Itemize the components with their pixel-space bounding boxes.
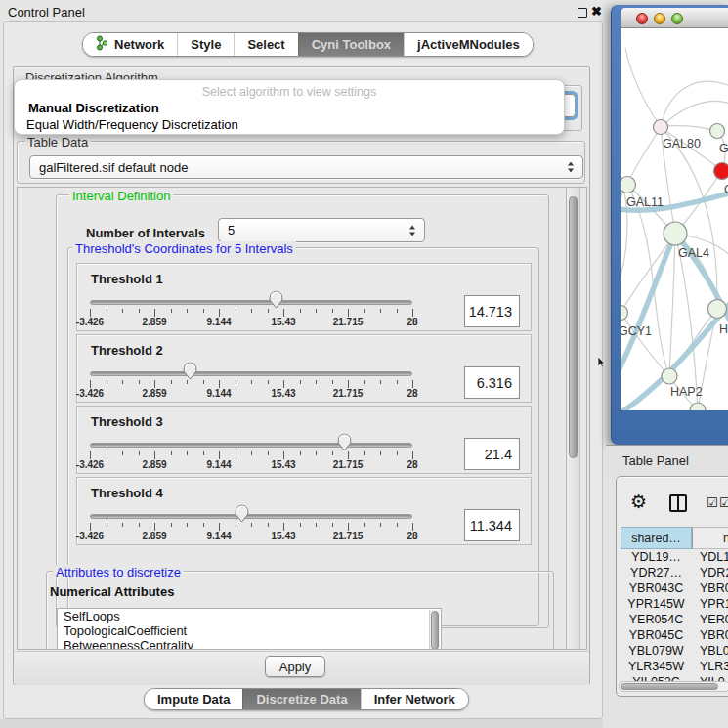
network-canvas[interactable]: GAL80GACGAL11GAL4GCY1HHAP2	[621, 28, 728, 410]
network-window-titlebar[interactable]	[621, 8, 728, 28]
tab-cyni-toolbox[interactable]: Cyni Toolbox	[298, 33, 404, 56]
cell-shared-name: YBR043C	[621, 581, 692, 595]
tab-network[interactable]: Network	[83, 33, 177, 56]
tab-style[interactable]: Style	[177, 33, 234, 56]
tab-infer-network[interactable]: Infer Network	[361, 689, 468, 709]
interval-definition-label: Interval Definition	[69, 189, 173, 203]
algorithm-dropdown-hint: Select algorithm to view settings	[15, 85, 564, 99]
window-bottom-edge	[0, 719, 606, 728]
node-label: HAP2	[670, 385, 703, 399]
combo-stepper-icon	[409, 225, 416, 236]
GAL4-node[interactable]	[664, 222, 687, 245]
node-label: GCY1	[621, 324, 652, 338]
float-window-icon[interactable]	[578, 8, 587, 18]
table-horizontal-scrollbar[interactable]	[619, 681, 728, 692]
table-row[interactable]: YBR045CYBR0	[621, 628, 728, 644]
apply-button[interactable]: Apply	[265, 656, 325, 677]
table-row[interactable]: YDL19…YDL1	[621, 550, 728, 566]
table-row[interactable]: YPR145WYPR1	[621, 597, 728, 613]
table-row[interactable]: YER054CYER0	[621, 613, 728, 628]
table-row[interactable]: YLR345WYLR3	[621, 660, 728, 675]
tab-discretize-data[interactable]: Discretize Data	[242, 689, 360, 709]
settings-scrollpane: Interval Definition Number of Intervals …	[17, 187, 587, 650]
threshold-4-slider-track[interactable]	[90, 514, 412, 519]
menu-item-equal-width-frequency[interactable]: Equal Width/Frequency Discretization	[26, 117, 238, 132]
number-of-intervals-combobox[interactable]: 5	[218, 218, 425, 242]
network-icon	[96, 35, 108, 54]
partial-node-top-right[interactable]	[710, 124, 725, 139]
threshold-2-slider-thumb[interactable]	[183, 362, 197, 380]
numerical-attributes-list[interactable]: SelfLoops TopologicalCoefficient Between…	[57, 608, 442, 650]
checkbox-checked-icon[interactable]: ☑	[707, 495, 718, 510]
selected-red-node[interactable]	[714, 163, 728, 180]
column-header-shared-name[interactable]: shared…	[621, 527, 692, 549]
cyni-mode-tabbar: Impute Data Discretize Data Infer Networ…	[144, 688, 469, 710]
tab-impute-data[interactable]: Impute Data	[145, 689, 242, 709]
checkbox-checked-icon[interactable]: ☑	[719, 495, 728, 510]
network-view-window[interactable]: GAL80GACGAL11GAL4GCY1HHAP2	[611, 5, 728, 445]
threshold-4-value-field[interactable]: 11.344	[464, 509, 520, 541]
slider-tick-labels: -3.4262.8599.14415.4321.71528	[90, 317, 413, 327]
partial-node-bottom[interactable]	[690, 403, 706, 410]
table-panel-title: Table Panel	[622, 453, 689, 468]
column-header-name[interactable]: n	[692, 527, 728, 549]
minimize-traffic-light-icon[interactable]	[654, 13, 665, 24]
table-rows: YDL19…YDL1YDR27…YDR2YBR043CYBR0YPR145WYP…	[621, 550, 728, 681]
combo-stepper-icon	[568, 162, 575, 173]
number-of-intervals-label: Number of Intervals	[86, 226, 205, 240]
GAL80-node[interactable]	[654, 120, 668, 135]
cell-name: YPR1	[700, 597, 728, 611]
tab-select[interactable]: Select	[234, 33, 297, 56]
menu-item-manual-discretization[interactable]: Manual Discretization	[28, 101, 159, 115]
list-item[interactable]: TopologicalCoefficient	[58, 623, 441, 638]
table-row[interactable]: YBL079WYBL0	[621, 644, 728, 660]
list-item[interactable]: SelfLoops	[58, 609, 441, 623]
close-traffic-light-icon[interactable]	[636, 13, 648, 24]
threshold-4-row: Threshold 4 -3.4262.8599.14415.4321.7152…	[76, 477, 532, 545]
close-icon[interactable]: ✖	[591, 4, 602, 19]
network-graph: GAL80GACGAL11GAL4GCY1HHAP2	[621, 28, 728, 410]
threshold-1-slider-thumb[interactable]	[269, 290, 283, 309]
cell-shared-name: YPR145W	[621, 597, 692, 611]
threshold-3-value-field[interactable]: 21.4	[464, 438, 520, 470]
threshold-3-slider-track[interactable]	[90, 443, 412, 448]
panel-scrollbar[interactable]	[566, 188, 580, 649]
threshold-1-slider-track[interactable]	[90, 300, 412, 305]
threshold-1-value-field[interactable]: 14.713	[464, 295, 520, 327]
threshold-4-slider-thumb[interactable]	[235, 504, 249, 523]
table-row[interactable]: YBR043CYBR0	[621, 581, 728, 597]
scrollbar-thumb[interactable]	[621, 683, 718, 690]
GAL11-node[interactable]	[621, 177, 636, 193]
table-data-combobox[interactable]: galFiltered.sif default node	[29, 155, 583, 179]
node-label: GAL11	[626, 195, 664, 209]
HAP2-node[interactable]	[662, 368, 677, 384]
cell-name: YBL0	[700, 644, 728, 658]
gear-icon[interactable]: ⚙	[630, 492, 647, 513]
partial-node-right[interactable]	[708, 300, 727, 319]
cell-shared-name: YER054C	[621, 613, 692, 626]
threshold-3-slider-thumb[interactable]	[337, 433, 352, 451]
table-row[interactable]: YDR27…YDR2	[621, 566, 728, 581]
tab-infer-network-label: Infer Network	[374, 692, 455, 707]
table-data-label: Table Data	[24, 135, 91, 150]
cell-shared-name: YDL19…	[621, 550, 692, 564]
tab-jactivemnodules[interactable]: jActiveMNodules	[404, 33, 533, 56]
cell-name: YLR3	[700, 660, 728, 673]
scrollbar-thumb[interactable]	[569, 196, 578, 458]
attributes-group: Attributes to discretize Numerical Attri…	[46, 571, 554, 650]
list-item[interactable]: BetweennessCentrality	[58, 638, 441, 650]
threshold-2-slider-track[interactable]	[90, 371, 412, 376]
tab-impute-data-label: Impute Data	[157, 692, 230, 707]
threshold-2-label: Threshold 2	[91, 343, 163, 358]
GCY1-node[interactable]	[621, 306, 628, 321]
cell-shared-name: YDR27…	[621, 566, 692, 579]
threshold-2-value-field[interactable]: 6.316	[464, 366, 520, 399]
zoom-traffic-light-icon[interactable]	[671, 13, 683, 24]
scrollbar-thumb[interactable]	[431, 611, 439, 650]
tab-style-label: Style	[191, 37, 221, 52]
list-scrollbar[interactable]	[429, 610, 440, 650]
split-columns-icon[interactable]	[669, 494, 687, 512]
cell-name: YER0	[700, 613, 728, 626]
table-panel-header: Table Panel	[606, 445, 728, 476]
node-label: GA	[719, 142, 728, 155]
